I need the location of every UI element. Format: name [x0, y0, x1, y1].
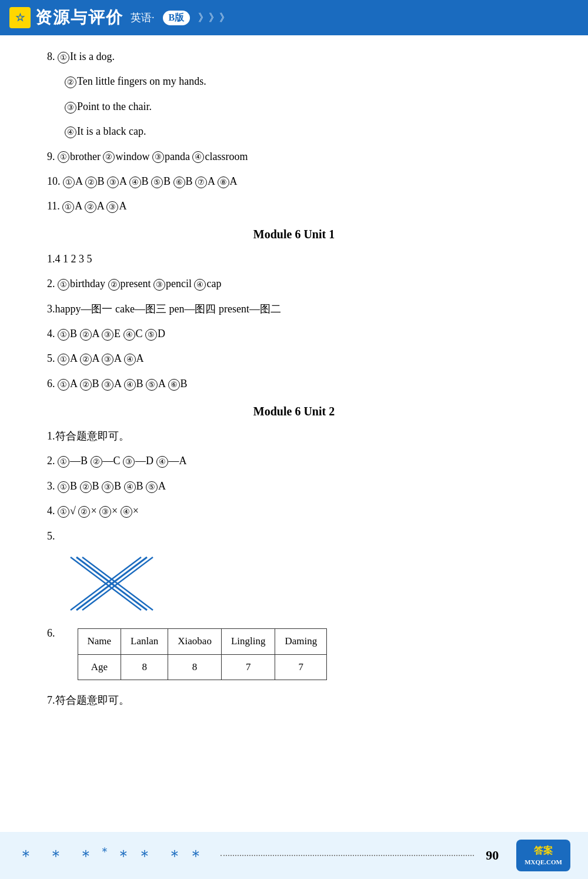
q10-a8: A [230, 175, 238, 187]
u2-q4-c4: ④ [121, 506, 132, 518]
q11-c3: ③ [106, 201, 118, 213]
u1-q5-c2: ② [80, 354, 92, 365]
q11-c2: ② [85, 201, 96, 213]
u1-q2-t4: cap [206, 278, 221, 289]
u1-q2-c2: ② [108, 279, 120, 291]
q8-label: 8. [47, 51, 58, 62]
u1-q6-a3: A [114, 378, 124, 389]
q11-line: 11. ①A ②A ③A [47, 197, 541, 215]
main-content: 8. ①It is a dog. ②Ten little fingers on … [0, 35, 588, 775]
row-daming-age: 7 [275, 654, 327, 680]
u1-q2-t2: present [121, 278, 153, 289]
u1-q4-c4: ④ [123, 329, 135, 341]
q10-a3: A [119, 175, 129, 187]
u1-q6-a6: B [181, 378, 188, 389]
u1-q4-a2: A [92, 328, 102, 339]
u1-q5-a3: A [114, 352, 124, 364]
u2-q3-c3: ③ [102, 481, 113, 493]
footer-logo-line2: MXQE.COM [524, 858, 562, 867]
u1-q6-a4: B [136, 378, 146, 389]
u1-q4-c2: ② [80, 329, 92, 341]
header-title: 资源与评价 [35, 6, 123, 29]
u1-q6-c1: ① [58, 379, 69, 391]
u2-q2-label: 2. [47, 455, 58, 467]
u2-q3-c1: ① [58, 481, 69, 493]
u1-q6-c2: ② [80, 379, 92, 391]
q10-a5: B [163, 175, 173, 187]
u1-q5-a1: A [70, 352, 80, 364]
u1-q6-a1: A [70, 378, 80, 389]
header-subtitle: 英语· [131, 11, 155, 25]
u2-q2-a1: —B [70, 455, 91, 467]
module6-unit2-title: Module 6 Unit 2 [47, 405, 541, 418]
u1-q5-c3: ③ [102, 354, 113, 365]
u2-q3-a4: B [136, 480, 146, 492]
u2-q2-line: 2. ①—B ②—C ③—D ④—A [47, 451, 541, 470]
u1-q3-text: happy—图一 cake—图三 pen—图四 present—图二 [55, 303, 281, 315]
q9-circle4: ④ [192, 151, 204, 163]
q11-a1: A [75, 200, 85, 212]
q9-item1: brother [70, 151, 103, 162]
q9-line: 9. ①brother ②window ③panda ④classroom [47, 147, 541, 166]
row-age-label: Age [78, 654, 121, 680]
u2-q4-a2: × [91, 505, 99, 517]
q11-c1: ① [62, 201, 74, 213]
footer-dots [220, 855, 474, 856]
q8-item2-line: ②Ten little fingers on my hands. [65, 72, 541, 91]
u2-q3-label: 3. [47, 480, 58, 492]
u2-q7-line: 7.符合题意即可。 [47, 691, 541, 710]
col-daming: Daming [275, 629, 327, 655]
u1-q1-line: 1.4 1 2 3 5 [47, 249, 541, 268]
u2-q6-table: Name Lanlan Xiaobao Lingling Daming Age … [78, 628, 328, 680]
footer-page-number: 90 [486, 848, 499, 863]
u1-q6-c3: ③ [102, 379, 113, 391]
footer-logo: 答案 MXQE.COM [516, 840, 570, 871]
u1-q3-label: 3. [47, 303, 55, 315]
u2-q6-line: 6. Name Lanlan Xiaobao Lingling Daming A… [47, 624, 541, 685]
u1-q2-t3: pencil [166, 278, 194, 289]
q8-circle2: ② [65, 76, 76, 88]
u1-q6-c5: ⑤ [146, 379, 158, 391]
u1-q5-line: 5. ①A ②A ③A ④A [47, 349, 541, 368]
u1-q4-line: 4. ①B ②A ③E ④C ⑤D [47, 324, 541, 343]
u2-q3-c5: ⑤ [146, 481, 158, 493]
q10-c3: ③ [107, 177, 119, 188]
q9-item2: window [115, 151, 152, 162]
u2-q3-c4: ④ [124, 481, 136, 493]
q10-c8: ⑧ [218, 177, 229, 188]
u1-q2-line: 2. ①birthday ②present ③pencil ④cap [47, 274, 541, 293]
q10-a4: B [142, 175, 152, 187]
u2-q2-a4: —A [169, 455, 187, 467]
q8-item3-line: ③Point to the chair. [65, 97, 541, 116]
q11-a3: A [119, 200, 126, 212]
u1-q2-label: 2. [47, 278, 58, 289]
col-name: Name [78, 629, 121, 655]
row-lanlan-age: 8 [121, 654, 168, 680]
q10-a2: B [98, 175, 108, 187]
u2-q3-a3: B [114, 480, 124, 492]
header-badge: B版 [162, 9, 192, 26]
col-lingling: Lingling [221, 629, 275, 655]
q9-circle3: ③ [152, 151, 164, 163]
q9-item4: classroom [205, 151, 248, 162]
u1-q2-c1: ① [58, 279, 69, 291]
q8-circle1: ① [58, 52, 69, 64]
u2-q4-label: 4. [47, 505, 58, 517]
u2-q4-a4: × [133, 505, 139, 517]
table-data-row: Age 8 8 7 7 [78, 654, 327, 680]
u2-q7-text: 符合题意即可。 [55, 694, 129, 706]
module6-unit1-title: Module 6 Unit 1 [47, 228, 541, 241]
u2-q4-a1: √ [70, 505, 78, 517]
u2-q2-c2: ② [91, 456, 102, 468]
u1-q1-label: 1. [47, 253, 55, 265]
q10-a1: A [75, 175, 85, 187]
q11-label: 11. [47, 200, 62, 212]
q8-circle4: ④ [65, 126, 76, 138]
u2-q4-c1: ① [58, 506, 69, 518]
u2-q5-drawing [65, 551, 159, 619]
q8-item4-line: ④It is a black cap. [65, 122, 541, 141]
u2-q2-c4: ④ [156, 456, 168, 468]
u1-q4-a5: D [158, 328, 165, 339]
u1-q5-c1: ① [58, 354, 69, 365]
u1-q6-label: 6. [47, 378, 58, 389]
